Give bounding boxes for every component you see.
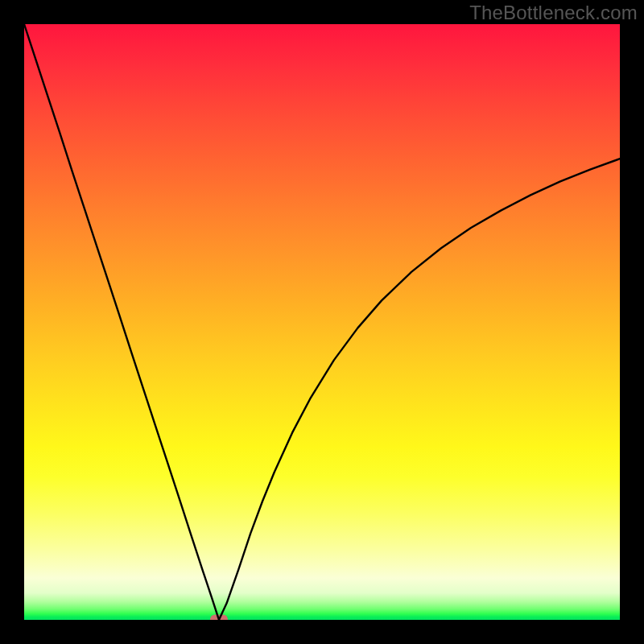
chart-frame: TheBottleneck.com	[0, 0, 644, 644]
bottleneck-curve	[24, 24, 620, 620]
watermark-text: TheBottleneck.com	[469, 2, 638, 24]
plot-area	[24, 24, 620, 620]
